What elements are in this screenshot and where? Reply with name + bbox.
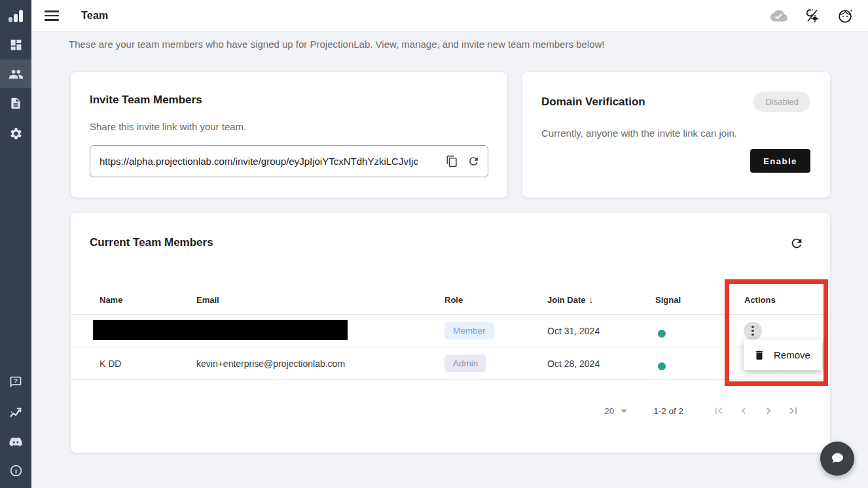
- copy-icon[interactable]: [446, 155, 458, 167]
- role-chip: Admin: [444, 355, 486, 372]
- table-row: Member Oct 31, 2024: [71, 315, 830, 347]
- cloud-sync-done-icon[interactable]: [770, 9, 787, 23]
- member-email: kevin+enterprise@projectionlab.com: [196, 358, 444, 369]
- domain-verification-card: Domain Verification Disabled Currently, …: [522, 72, 830, 198]
- redacted-name-email-bar: [93, 320, 348, 340]
- table-row: K DD kevin+enterprise@projectionlab.com …: [71, 347, 830, 380]
- sidebar: ?: [0, 0, 31, 488]
- trash-icon: [753, 349, 765, 361]
- row-actions-kebab-button[interactable]: [744, 322, 762, 340]
- column-header-join-date[interactable]: Join Date ↓: [547, 295, 655, 305]
- page-title: Team: [81, 10, 108, 22]
- rows-per-page-value: 20: [604, 406, 614, 416]
- sidebar-item-team[interactable]: [0, 60, 31, 88]
- join-date: Oct 28, 2024: [547, 358, 655, 369]
- member-name: K DD: [99, 358, 196, 369]
- sidebar-item-about[interactable]: [0, 456, 31, 485]
- sidebar-item-dashboard[interactable]: [0, 30, 31, 59]
- invite-card-subtitle: Share this invite link with your team.: [90, 121, 488, 132]
- column-header-actions[interactable]: Actions: [744, 295, 830, 305]
- domain-card-title: Domain Verification: [541, 96, 645, 109]
- pagination: 20 1-2 of 2: [71, 404, 830, 417]
- svg-text:?: ?: [14, 377, 18, 384]
- members-card-title: Current Team Members: [90, 236, 213, 249]
- invite-card-title: Invite Team Members: [90, 94, 488, 107]
- chevron-down-icon: [621, 410, 627, 413]
- join-date: Oct 31, 2024: [547, 326, 655, 336]
- rows-per-page-select[interactable]: 20: [604, 406, 627, 416]
- invite-card: Invite Team Members Share this invite li…: [71, 72, 507, 198]
- domain-card-description: Currently, anyone with the invite link c…: [541, 128, 810, 139]
- gear-icon: [9, 127, 23, 141]
- sidebar-item-help[interactable]: ?: [0, 368, 31, 396]
- column-header-role[interactable]: Role: [444, 295, 547, 305]
- role-chip: Member: [444, 322, 494, 340]
- join-date-label: Join Date: [547, 295, 586, 305]
- regenerate-link-icon[interactable]: [467, 155, 480, 167]
- document-icon: [9, 97, 22, 110]
- topbar: Team: [31, 0, 868, 32]
- table-header-row: Name Email Role Join Date ↓ Signal Actio…: [71, 286, 830, 315]
- invite-link-input[interactable]: [99, 156, 437, 167]
- last-page-button[interactable]: [787, 404, 800, 417]
- intro-text: These are your team members who have sig…: [69, 39, 605, 50]
- bar-chart-logo-icon: [7, 8, 24, 24]
- sort-desc-icon: ↓: [589, 295, 594, 305]
- info-icon: [9, 464, 23, 478]
- enable-button[interactable]: Enable: [750, 149, 810, 173]
- column-header-name[interactable]: Name: [99, 295, 196, 305]
- theme-toggle-icon[interactable]: [805, 8, 820, 24]
- sidebar-item-settings[interactable]: [0, 119, 31, 148]
- menu-toggle-button[interactable]: [45, 8, 60, 24]
- refresh-members-icon[interactable]: [789, 236, 804, 251]
- insights-icon: [9, 405, 23, 419]
- row-actions-menu: Remove: [744, 340, 822, 370]
- status-badge: Disabled: [753, 92, 810, 112]
- column-header-email[interactable]: Email: [196, 295, 444, 305]
- dashboard-icon: [9, 38, 23, 52]
- pagination-range-label: 1-2 of 2: [653, 406, 683, 416]
- previous-page-button[interactable]: [737, 404, 750, 417]
- chat-fab-button[interactable]: [820, 442, 854, 476]
- account-icon[interactable]: [837, 8, 854, 24]
- sidebar-item-discord[interactable]: [0, 428, 31, 457]
- speech-bubble-icon: [829, 451, 846, 466]
- column-header-signal[interactable]: Signal: [655, 295, 744, 305]
- next-page-button[interactable]: [762, 404, 775, 417]
- current-team-members-card: Current Team Members Name Email Role Joi…: [71, 213, 830, 453]
- discord-icon: [9, 435, 23, 449]
- invite-link-field[interactable]: [90, 145, 488, 177]
- people-icon: [9, 67, 24, 82]
- help-chat-icon: ?: [9, 375, 22, 389]
- remove-menu-item[interactable]: Remove: [774, 349, 810, 360]
- sidebar-item-documents[interactable]: [0, 89, 31, 118]
- first-page-button[interactable]: [712, 404, 725, 417]
- app-logo[interactable]: [0, 0, 31, 31]
- team-page: ? Team: [0, 0, 868, 488]
- sidebar-item-whats-new[interactable]: [0, 398, 31, 427]
- members-table: Name Email Role Join Date ↓ Signal Actio…: [71, 286, 830, 380]
